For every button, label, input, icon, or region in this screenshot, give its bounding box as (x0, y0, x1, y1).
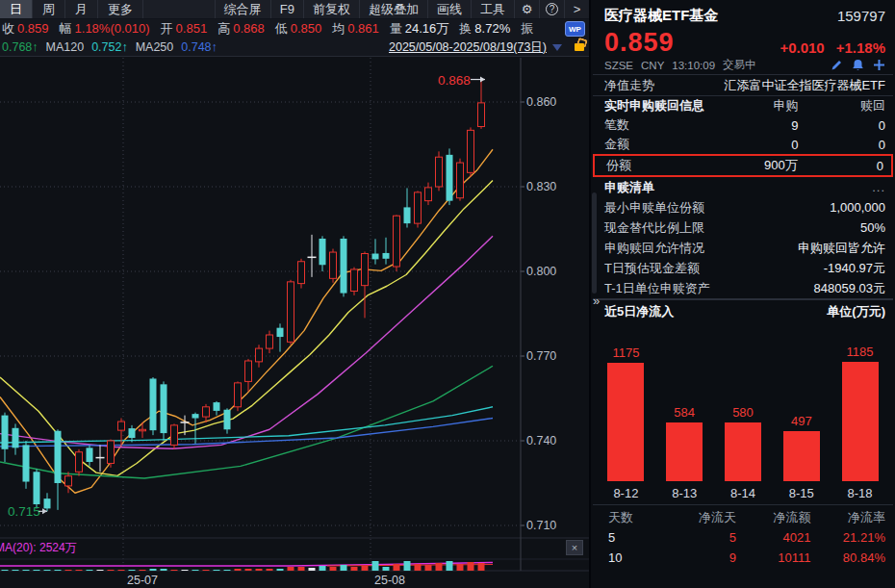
svg-text:25-07: 25-07 (127, 574, 158, 587)
info-label: 现金替代比例上限 (604, 219, 704, 237)
ma-legend: 0.768↑MA1200.752↑MA2500.748↑ 2025/05/08-… (0, 38, 589, 56)
rt-row-label: 笔数 (604, 116, 717, 134)
price-change: +0.010+1.18% (768, 39, 885, 56)
rt-row-笔数: 笔数90 (604, 115, 885, 135)
fund-code: 159797 (837, 8, 885, 24)
info-value: -1940.97元 (824, 260, 885, 277)
nav-trend-row[interactable]: 净值走势 汇添富中证全指医疗器械ETF (591, 75, 895, 95)
quote-value: 0.861 (347, 21, 379, 36)
flow-td-days: 5 (599, 530, 662, 545)
volume-ma-label: MA(20): 2524万 (0, 540, 77, 556)
quote-label: 收 (2, 21, 14, 36)
settings-gear-icon[interactable]: ⚙ (514, 0, 539, 18)
quote-label: 高 (217, 21, 230, 36)
flow-bar-value: 580 (732, 405, 754, 420)
period-tab-月[interactable]: 月 (65, 0, 98, 18)
flow-bar (725, 422, 761, 481)
menu-item-综合屏[interactable]: 综合屏 (215, 0, 270, 18)
quote-高: 高0.868 (217, 20, 265, 38)
candlestick-chart[interactable]: 0.8600.8300.8000.7700.7400.71025-0725-08… (0, 56, 589, 588)
quote-换: 换8.72% (459, 20, 510, 38)
info-label: 最小申赎单位份额 (604, 199, 704, 217)
rt-row-金额: 金额00 (604, 135, 885, 154)
subscription-list-row[interactable]: 申赎清单 ... (591, 177, 895, 197)
ma-values: 0.768↑MA1200.752↑MA2500.748↑ (2, 40, 217, 54)
flow-bar-column: 4978-15 (783, 322, 820, 504)
info-label: T日预估现金差额 (604, 260, 700, 277)
nav-trend-label: 净值走势 (604, 77, 654, 94)
edit-pencil-icon[interactable] (831, 59, 843, 71)
exchange-label: SZSE (604, 60, 633, 71)
toolbar-spacer (143, 0, 215, 18)
info-value: 50% (860, 220, 885, 235)
ma-value: 0.752↑ (91, 40, 128, 54)
volume-pane-close-icon[interactable]: × (566, 540, 583, 555)
rt-header-subscribe: 申购 (717, 97, 799, 115)
menu-item-超级叠加[interactable]: 超级叠加 (359, 0, 427, 18)
flow-bar (783, 431, 820, 481)
period-range-selector[interactable]: 2025/05/08-2025/08/19(73日) (389, 38, 562, 56)
fund-side-panel: » 医疗器械ETF基金 159797 0.859 +0.010+1.18% SZ… (589, 0, 895, 588)
flow-bar-value: 1185 (847, 345, 874, 359)
subscription-list-label: 申赎清单 (604, 179, 654, 196)
svg-text:0.830: 0.830 (526, 180, 556, 193)
period-tab-周[interactable]: 周 (33, 0, 65, 18)
flow-th: 天数 (599, 509, 662, 526)
currency-label: CNY (641, 60, 664, 71)
help-icon[interactable]: ? (539, 0, 564, 18)
flow-th: 净流天 (662, 509, 736, 526)
flow-bar-column: 5808-14 (725, 322, 761, 504)
net-inflow-table: 天数净流天净流额净流率55402121.21%1091011180.84% (591, 505, 895, 568)
flow-bar-column: 11758-12 (607, 322, 644, 504)
period-tabs: 日周月更多 (0, 0, 143, 18)
last-price: 0.859 (604, 30, 675, 56)
quote-label: 量 (390, 21, 402, 36)
flow-td-days: 10 (599, 550, 662, 565)
panel-collapse-icon[interactable]: » (593, 294, 600, 307)
quote-time: 13:10:09 (672, 60, 715, 71)
flow-bar-date: 8-14 (730, 481, 755, 504)
flow-td-amount: 4021 (736, 530, 810, 545)
flow-unit: 单位(万元) (827, 303, 885, 320)
panel-scrollbar[interactable] (592, 192, 597, 294)
menu-item-画线[interactable]: 画线 (427, 0, 471, 18)
flow-td-rate: 80.84% (810, 550, 884, 565)
chart-region: 日周月更多 综合屏F9前复权超级叠加画线工具 ⚙ ? > 收0.859幅1.18… (0, 0, 589, 588)
menu-item-工具[interactable]: 工具 (471, 0, 514, 18)
add-plus-icon[interactable] (873, 59, 885, 71)
unlock-icon[interactable] (575, 43, 584, 51)
menu-item-前复权[interactable]: 前复权 (303, 0, 359, 18)
quote-label: 换 (459, 21, 472, 36)
net-inflow-bar-chart: 11758-125848-135808-144978-1511858-18 (591, 322, 895, 504)
alert-bell-icon[interactable] (852, 59, 864, 71)
flow-bar (842, 362, 879, 481)
quote-幅: 幅1.18%(0.010) (60, 20, 150, 38)
flow-bar-date: 8-13 (672, 481, 697, 504)
rt-row-subscribe-value: 900万 (717, 157, 798, 174)
change-value: +0.010 (780, 39, 824, 56)
more-chevron-icon[interactable]: > (564, 0, 589, 18)
rt-header-row: 实时申购赎回信息申购赎回 (604, 96, 885, 115)
flow-th: 净流率 (810, 509, 884, 526)
toolbar: 日周月更多 综合屏F9前复权超级叠加画线工具 ⚙ ? > (0, 0, 589, 19)
panel-header: 医疗器械ETF基金 159797 0.859 +0.010+1.18% SZSE… (591, 0, 895, 74)
rt-row-份额: 份额900万0 (593, 154, 893, 177)
quote-均: 均0.861 (332, 20, 379, 38)
trading-status: 交易中 (723, 58, 756, 72)
menu-item-F9[interactable]: F9 (270, 0, 303, 18)
period-tab-日[interactable]: 日 (0, 0, 33, 18)
flow-table-row: 55402121.21% (599, 527, 885, 548)
period-tab-更多[interactable]: 更多 (98, 0, 143, 18)
flow-table-row: 1091011180.84% (599, 548, 885, 568)
candlestick-chart-area[interactable]: 0.8600.8300.8000.7700.7400.71025-0725-08… (0, 56, 589, 588)
rt-header-label: 实时申购赎回信息 (604, 97, 717, 115)
quote-label: 振 (521, 21, 533, 36)
rt-row-subscribe-value: 9 (717, 118, 799, 133)
info-value: 848059.03元 (814, 280, 885, 297)
ma-name: MA120 (46, 40, 85, 54)
wp-badge-icon[interactable]: WP (565, 21, 585, 37)
svg-text:0.800: 0.800 (526, 265, 556, 278)
flow-td-netdays: 5 (662, 530, 736, 545)
flow-bar-column: 11858-18 (842, 322, 879, 504)
flow-bar-value: 584 (674, 405, 695, 420)
